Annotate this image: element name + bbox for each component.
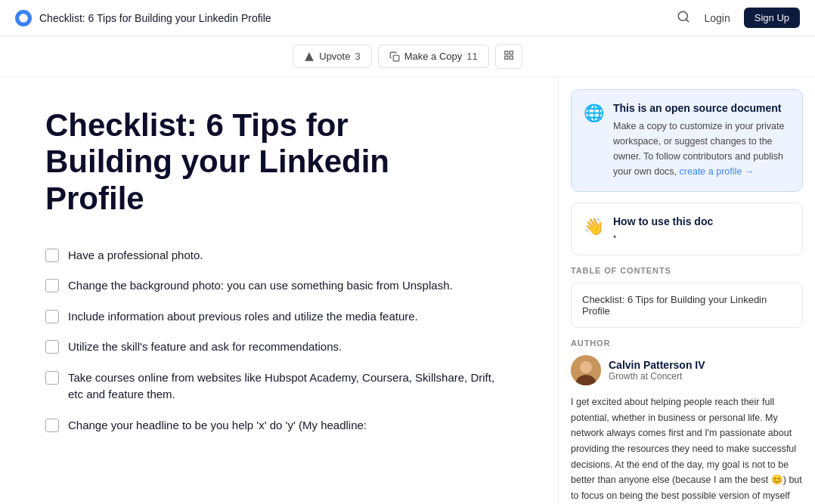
- page-title: Checklist: 6 Tips for Building your Link…: [39, 12, 271, 24]
- create-profile-link[interactable]: create a profile →: [680, 166, 755, 177]
- checkbox-3[interactable]: [45, 310, 59, 323]
- howto-icon: 👋: [584, 217, 604, 237]
- svg-rect-5: [510, 51, 513, 54]
- copy-label: Make a Copy: [404, 51, 463, 62]
- checkbox-2[interactable]: [45, 279, 59, 292]
- make-copy-button[interactable]: Make a Copy 11: [378, 45, 489, 68]
- site-logo[interactable]: [15, 10, 32, 26]
- checklist-text-2: Change the background photo: you can use…: [68, 277, 453, 295]
- upvote-button[interactable]: Upvote 3: [293, 45, 371, 68]
- toc-card: Checklist: 6 Tips for Building your Link…: [571, 283, 803, 328]
- author-bio: I get excited about helping people reach…: [571, 394, 803, 504]
- author-name: Calvin Patterson IV: [609, 359, 705, 371]
- checkbox-1[interactable]: [45, 249, 59, 262]
- checklist: Have a professional photo. Change the ba…: [45, 247, 513, 434]
- list-item: Utilize the skill's feature and ask for …: [45, 339, 513, 356]
- toc-item-1[interactable]: Checklist: 6 Tips for Building your Link…: [582, 294, 792, 317]
- toc-label: TABLE OF CONTENTS: [571, 266, 803, 275]
- top-navigation: Checklist: 6 Tips for Building your Link…: [0, 0, 815, 36]
- opensource-card: 🌐 This is an open source document Make a…: [571, 89, 803, 192]
- svg-point-0: [19, 14, 28, 23]
- search-icon[interactable]: [677, 10, 690, 26]
- checkbox-6[interactable]: [45, 419, 59, 432]
- author-section: AUTHOR Calvin Patterson IV Growth at Con…: [571, 339, 803, 504]
- opensource-icon: 🌐: [584, 104, 604, 179]
- list-item: Take courses online from websites like H…: [45, 369, 513, 404]
- author-row: Calvin Patterson IV Growth at Concert: [571, 355, 803, 385]
- copy-count: 11: [466, 51, 477, 62]
- list-item: Include information about previous roles…: [45, 308, 513, 326]
- sidebar: 🌐 This is an open source document Make a…: [558, 77, 815, 504]
- login-link[interactable]: Login: [704, 12, 730, 24]
- signup-link[interactable]: Sign Up: [744, 8, 800, 28]
- howto-title: How to use this doc: [613, 215, 790, 227]
- list-item: Have a professional photo.: [45, 247, 513, 264]
- toc-section: TABLE OF CONTENTS Checklist: 6 Tips for …: [571, 266, 803, 328]
- svg-line-2: [686, 19, 689, 21]
- svg-rect-6: [505, 56, 508, 59]
- howto-bullet: •: [613, 232, 790, 243]
- checklist-text-3: Include information about previous roles…: [68, 308, 418, 326]
- author-role: Growth at Concert: [609, 371, 705, 382]
- author-label: AUTHOR: [571, 339, 803, 348]
- checklist-text-6: Change your headline to be you help 'x' …: [68, 417, 367, 434]
- grid-view-button[interactable]: [495, 44, 522, 69]
- avatar: [571, 355, 601, 385]
- action-bar: Upvote 3 Make a Copy 11: [0, 36, 815, 77]
- svg-rect-4: [505, 51, 508, 54]
- svg-point-9: [580, 361, 592, 373]
- checkbox-5[interactable]: [45, 371, 59, 385]
- checklist-text-4: Utilize the skill's feature and ask for …: [68, 339, 342, 356]
- svg-rect-7: [510, 56, 513, 59]
- document-title: Checklist: 6 Tips for Building your Link…: [45, 107, 484, 217]
- nav-left: Checklist: 6 Tips for Building your Link…: [15, 10, 271, 26]
- svg-rect-3: [393, 55, 399, 61]
- list-item: Change the background photo: you can use…: [45, 277, 513, 295]
- checkbox-4[interactable]: [45, 340, 59, 354]
- nav-right: Login Sign Up: [677, 8, 800, 28]
- upvote-label: Upvote: [319, 51, 350, 62]
- list-item: Change your headline to be you help 'x' …: [45, 417, 513, 434]
- checklist-text-1: Have a professional photo.: [68, 247, 203, 264]
- opensource-title: This is an open source document: [613, 102, 790, 114]
- opensource-desc: Make a copy to customize in your private…: [613, 119, 790, 179]
- howto-card: 👋 How to use this doc •: [571, 203, 803, 255]
- checklist-text-5: Take courses online from websites like H…: [68, 369, 513, 404]
- content-area: Checklist: 6 Tips for Building your Link…: [0, 77, 558, 504]
- main-layout: Checklist: 6 Tips for Building your Link…: [0, 77, 815, 504]
- upvote-count: 3: [355, 51, 360, 62]
